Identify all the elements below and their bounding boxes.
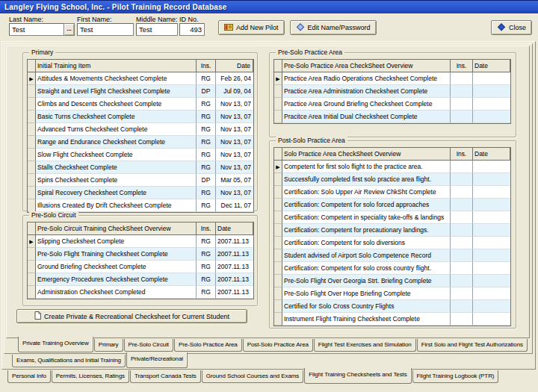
date-cell[interactable]: 2007.11.13 xyxy=(216,273,253,286)
edit-name-password-button[interactable]: Edit Name/Password xyxy=(290,20,377,35)
table-row[interactable]: Advanced Turns Checksheet CompleteRGNov … xyxy=(28,123,253,136)
first-name-field[interactable]: Test xyxy=(77,23,134,36)
item-cell[interactable]: Spins Checksheet Complete xyxy=(36,174,197,187)
column-header-ins[interactable]: Ins. xyxy=(197,223,216,235)
item-cell[interactable]: Practice Area Administration Checksheet … xyxy=(282,85,451,98)
table-row[interactable]: Administration Checksheet CompletedRG200… xyxy=(28,286,253,299)
item-cell[interactable]: Spiral Recovery Checksheet Complete xyxy=(36,187,197,199)
item-cell[interactable]: Slipping Checksheet Complete xyxy=(36,235,197,248)
item-cell[interactable]: Pracitce Area Initial Dual Checksheet Co… xyxy=(282,111,451,123)
record-selector[interactable] xyxy=(274,249,282,262)
table-row[interactable]: Spins Checksheet CompleteDPMar 05, 07 xyxy=(28,174,253,187)
table-row[interactable]: ▶Competent for first solo flight to the … xyxy=(274,161,510,173)
tab-pre-solo-practice-area[interactable]: Pre-Solo Practice Area xyxy=(174,339,242,352)
date-cell[interactable] xyxy=(473,300,510,313)
ins-cell[interactable]: RG xyxy=(197,273,216,286)
item-cell[interactable]: Competent for first solo flight to the p… xyxy=(282,161,451,173)
record-selector[interactable] xyxy=(274,262,282,275)
date-cell[interactable] xyxy=(473,224,510,237)
table-row[interactable]: Climbs and Descents Checksheet CompleteR… xyxy=(28,98,253,111)
table-row[interactable]: Certification: Solo Upper Air Review Chk… xyxy=(274,186,510,199)
table-row[interactable]: Basic Turns Checksheet CompleteRGNov 13,… xyxy=(28,111,253,123)
item-cell[interactable]: Certification: Competent for solo divers… xyxy=(282,237,451,249)
ins-cell[interactable]: RG xyxy=(197,235,216,248)
ins-cell[interactable] xyxy=(451,72,473,85)
item-cell[interactable]: Advanced Turns Checksheet Complete xyxy=(36,123,197,136)
title-bar[interactable]: Langley Flying School, Inc. - Pilot Trai… xyxy=(0,0,538,13)
tab-post-solo-practice-area[interactable]: Post-Solo Practice Area xyxy=(243,339,313,352)
tab-personal-info[interactable]: Personal Info xyxy=(7,370,51,383)
record-selector[interactable] xyxy=(28,199,36,212)
record-selector[interactable] xyxy=(28,123,36,136)
date-cell[interactable] xyxy=(473,161,510,173)
date-cell[interactable]: Nov 13, 07 xyxy=(216,123,253,136)
date-cell[interactable] xyxy=(473,211,510,224)
record-selector[interactable] xyxy=(28,286,36,299)
tab-private-recreational[interactable]: Private/Recreational xyxy=(126,352,188,368)
item-cell[interactable]: Successfully completed first solo practi… xyxy=(282,173,451,186)
create-checksheet-button[interactable]: Create Private & Recreational Checksheet… xyxy=(16,309,247,323)
ins-cell[interactable] xyxy=(451,85,473,98)
record-selector[interactable] xyxy=(274,224,282,237)
record-selector[interactable] xyxy=(274,313,282,326)
ins-cell[interactable]: RG xyxy=(197,187,216,199)
ins-cell[interactable] xyxy=(451,186,473,199)
column-header-ins[interactable]: Ins. xyxy=(451,148,473,161)
ins-cell[interactable] xyxy=(451,111,473,123)
ins-cell[interactable] xyxy=(451,287,473,300)
tab-flight-training-checksheets-and-tests[interactable]: Flight Training Checksheets and Tests xyxy=(304,368,411,384)
record-selector[interactable]: ▶ xyxy=(28,235,36,248)
ins-cell[interactable] xyxy=(451,313,473,326)
table-row[interactable]: Emergency Procedures Checksheet Complete… xyxy=(28,273,253,286)
item-cell[interactable]: Certified for Solo Cross Country Flights xyxy=(282,300,451,313)
date-cell[interactable] xyxy=(473,173,510,186)
table-row[interactable]: Practice Area Ground Briefing Checksheet… xyxy=(274,98,510,111)
record-selector[interactable] xyxy=(28,149,36,161)
column-header-date[interactable]: Date xyxy=(473,60,510,72)
item-cell[interactable]: Illusions Created By Drift Checksheet Co… xyxy=(36,199,197,212)
date-cell[interactable] xyxy=(473,275,510,287)
table-row[interactable]: Stalls Checksheet CompleteRGNov 13, 07 xyxy=(28,161,253,174)
date-cell[interactable] xyxy=(473,85,510,98)
date-cell[interactable] xyxy=(473,287,510,300)
tab-pre-solo-circuit[interactable]: Pre-Solo Circuit xyxy=(124,339,173,352)
record-selector[interactable] xyxy=(28,273,36,286)
record-selector[interactable]: ▶ xyxy=(274,161,282,173)
ins-cell[interactable]: RG xyxy=(197,72,216,85)
last-name-browse-button[interactable]: ... xyxy=(64,23,75,36)
record-selector[interactable] xyxy=(274,211,282,224)
ins-cell[interactable]: RG xyxy=(197,261,216,273)
table-row[interactable]: Practice Area Administration Checksheet … xyxy=(274,85,510,98)
date-cell[interactable]: Mar 05, 07 xyxy=(216,174,253,187)
date-cell[interactable]: 2007.11.13 xyxy=(216,235,253,248)
record-selector[interactable] xyxy=(28,174,36,187)
column-header-date[interactable]: Date xyxy=(216,223,253,235)
ins-cell[interactable]: RG xyxy=(197,98,216,111)
date-cell[interactable] xyxy=(473,237,510,249)
item-cell[interactable]: Ground Briefing Checksheet Complete xyxy=(36,261,197,273)
tab-transport-canada-tests[interactable]: Transport Canada Tests xyxy=(130,370,201,383)
tab-permits-licenses-ratings[interactable]: Permits, Licenses, Ratings xyxy=(52,370,129,383)
record-selector[interactable] xyxy=(274,199,282,211)
table-row[interactable]: Spiral Recovery Checksheet CompleteRGNov… xyxy=(28,187,253,199)
record-selector[interactable] xyxy=(28,161,36,174)
table-row[interactable]: Pracitce Area Initial Dual Checksheet Co… xyxy=(274,111,510,123)
column-header-item[interactable]: Solo Practice Area CheckSheet Overview xyxy=(282,148,451,161)
table-row[interactable]: Certified for Solo Cross Country Flights xyxy=(274,300,510,313)
tab-primary[interactable]: Primary xyxy=(94,339,123,352)
record-selector[interactable] xyxy=(274,111,282,123)
item-cell[interactable]: Climbs and Descents Checksheet Complete xyxy=(36,98,197,111)
item-cell[interactable]: Pre-Solo Flight Over Hope Briefing Compl… xyxy=(282,287,451,300)
ins-cell[interactable] xyxy=(451,199,473,211)
column-header-item[interactable]: Pre-Solo Circuit Training CheckSheet Ove… xyxy=(36,223,197,235)
ins-cell[interactable]: RG xyxy=(197,136,216,149)
table-row[interactable]: ▶Practice Area Radio Operations Checkshe… xyxy=(274,72,510,85)
table-row[interactable]: Certification: Competent for solo cross … xyxy=(274,262,510,275)
id-no-field[interactable]: 493 xyxy=(179,23,205,36)
date-cell[interactable]: Nov 13, 07 xyxy=(216,187,253,199)
ins-cell[interactable] xyxy=(451,249,473,262)
ins-cell[interactable] xyxy=(451,98,473,111)
record-selector[interactable] xyxy=(28,261,36,273)
item-cell[interactable]: Certification: Competent in speciality t… xyxy=(282,211,451,224)
middle-name-field[interactable]: Test xyxy=(136,23,178,36)
